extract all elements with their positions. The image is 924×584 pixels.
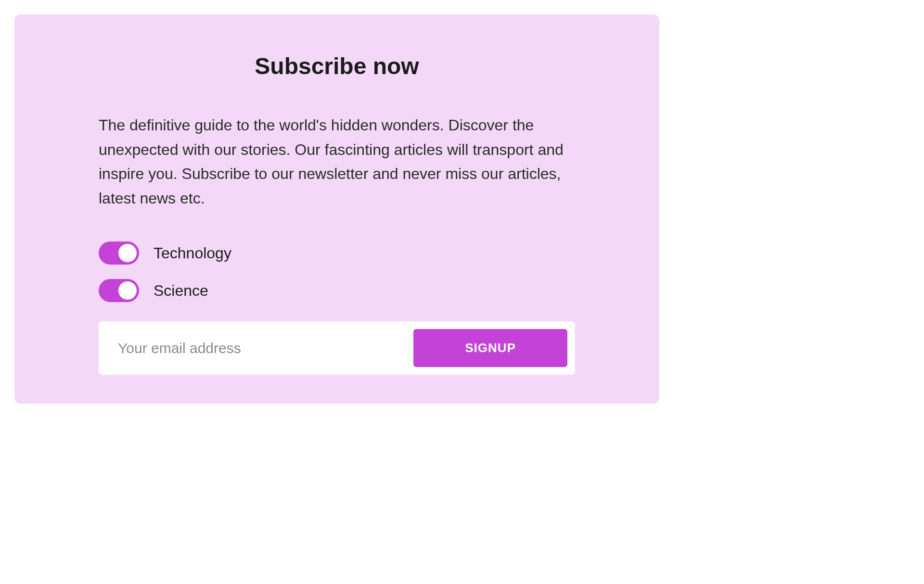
- toggle-row-science: Science: [99, 279, 575, 302]
- toggle-label-science: Science: [154, 282, 208, 300]
- card-description: The definitive guide to the world's hidd…: [99, 113, 575, 210]
- toggle-technology[interactable]: [99, 241, 139, 265]
- toggle-thumb: [118, 281, 137, 300]
- signup-button[interactable]: SIGNUP: [413, 329, 567, 367]
- toggle-list: Technology Science: [99, 241, 575, 302]
- card-title: Subscribe now: [99, 53, 575, 79]
- email-input[interactable]: [106, 329, 406, 367]
- toggle-thumb: [118, 244, 137, 262]
- toggle-row-technology: Technology: [99, 241, 575, 265]
- subscribe-card: Subscribe now The definitive guide to th…: [14, 14, 659, 404]
- email-row: SIGNUP: [99, 321, 575, 375]
- toggle-label-technology: Technology: [154, 244, 231, 262]
- toggle-science[interactable]: [99, 279, 139, 302]
